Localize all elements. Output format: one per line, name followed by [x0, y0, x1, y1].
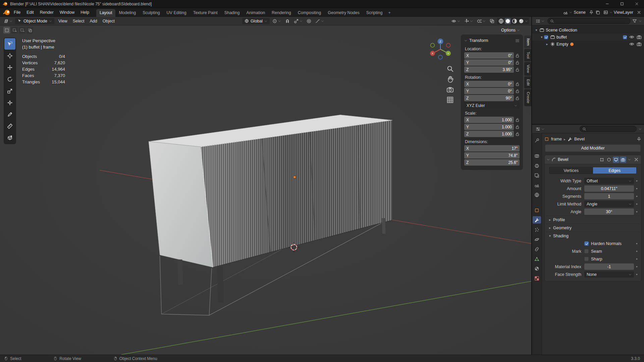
gizmos-toggle[interactable]: [463, 18, 474, 24]
overlays-toggle[interactable]: [476, 18, 487, 24]
outliner-row-buffet[interactable]: ▾buffet: [532, 34, 644, 41]
tool-annotate[interactable]: [4, 109, 15, 120]
viewport-menu-view[interactable]: View: [56, 18, 70, 24]
workspace-tab-shading[interactable]: Shading: [221, 9, 243, 17]
dimensions-x-field[interactable]: X17": [464, 145, 520, 152]
menu-help[interactable]: Help: [77, 9, 92, 16]
lock-icon[interactable]: [515, 60, 520, 65]
section-geometry[interactable]: ▸Geometry: [546, 224, 640, 232]
3d-viewport-canvas[interactable]: Options User Perspective (1) buffet | fr…: [0, 25, 531, 355]
sidebar-tab-create[interactable]: Create: [524, 89, 531, 106]
lock-icon[interactable]: [515, 67, 520, 72]
properties-tab-viewlayer[interactable]: [533, 172, 541, 179]
menu-edit[interactable]: Edit: [23, 9, 37, 16]
viewport-menu-select[interactable]: Select: [70, 18, 87, 24]
transform-orientation-dropdown[interactable]: Global: [242, 18, 270, 24]
properties-tab-texture[interactable]: [533, 275, 541, 282]
param-amount-field[interactable]: 0.04711": [584, 185, 634, 192]
eye-toggle-icon[interactable]: [629, 35, 634, 40]
display-realtime-toggle[interactable]: [613, 157, 619, 163]
tool-options-dropdown[interactable]: Options: [501, 28, 520, 33]
shading-harden-normals-checkbox[interactable]: [584, 241, 589, 246]
properties-editor-type-button[interactable]: [534, 126, 546, 132]
scale-y-field[interactable]: Y1.000: [464, 124, 514, 130]
object-visibility-dropdown[interactable]: [450, 18, 462, 24]
properties-tab-output[interactable]: [533, 162, 541, 169]
rotation-x-field[interactable]: X0°: [464, 81, 514, 87]
section-shading[interactable]: ▾Shading: [546, 232, 640, 240]
properties-tab-modifiers[interactable]: [533, 216, 541, 224]
shading-sharp-checkbox[interactable]: [584, 257, 589, 261]
xray-toggle[interactable]: [488, 18, 496, 24]
tool-rotate[interactable]: [4, 73, 15, 85]
tool-select-box[interactable]: [4, 38, 15, 50]
shading-wireframe-button[interactable]: [498, 18, 504, 24]
eye-toggle-icon[interactable]: [629, 42, 634, 47]
location-z-field[interactable]: Z3.95": [464, 66, 514, 73]
pan-control[interactable]: [446, 75, 454, 83]
select-mode-set-button[interactable]: [3, 27, 10, 34]
snap-toggle[interactable]: [284, 18, 291, 24]
disclosure-closed-icon[interactable]: ▸: [545, 42, 549, 46]
rotation-z-field[interactable]: Z90°: [464, 95, 514, 101]
viewlayer-browser[interactable]: ViewLayer: [602, 9, 635, 15]
modifier-name[interactable]: Bevel: [558, 157, 568, 162]
properties-tab-scene[interactable]: [533, 181, 541, 189]
scale-x-field[interactable]: X1.000: [464, 117, 514, 123]
modifier-extras-dropdown[interactable]: [628, 158, 631, 161]
dimensions-y-field[interactable]: Y74.8": [464, 152, 520, 159]
panel-menu-icon[interactable]: [515, 39, 520, 43]
tool-add-cube[interactable]: [4, 132, 15, 143]
pin-id-icon[interactable]: [637, 137, 641, 141]
snap-settings-dropdown[interactable]: [292, 18, 304, 24]
disclosure-open-icon[interactable]: ▾: [534, 28, 539, 32]
tool-scale[interactable]: [4, 85, 15, 97]
filter-icon[interactable]: [632, 19, 637, 23]
menu-render[interactable]: Render: [37, 9, 57, 16]
pin-scene-icon[interactable]: [589, 10, 594, 15]
lock-icon[interactable]: [515, 53, 520, 58]
rotation-mode-dropdown[interactable]: XYZ Euler: [464, 102, 520, 109]
scene-browser[interactable]: Scene: [561, 9, 587, 15]
sidebar-tab-item[interactable]: Item: [524, 36, 531, 48]
transform-panel-header[interactable]: Transform: [464, 37, 520, 44]
shading-material-button[interactable]: [512, 18, 518, 24]
dimensions-z-field[interactable]: Z25.6": [464, 159, 520, 166]
workspace-tab-layout[interactable]: Layout: [96, 9, 116, 17]
properties-tab-tool[interactable]: [533, 137, 541, 144]
breadcrumb-modifier[interactable]: Bevel: [574, 137, 585, 141]
close-button[interactable]: [629, 0, 644, 8]
modifier-header[interactable]: Bevel: [545, 155, 641, 164]
affect-edges-button[interactable]: Edges: [593, 167, 637, 174]
exclude-collection-checkbox[interactable]: [623, 35, 627, 39]
camera-toggle-icon[interactable]: [637, 35, 642, 40]
menu-window[interactable]: Window: [57, 9, 77, 16]
lock-icon[interactable]: [515, 118, 520, 122]
display-render-toggle[interactable]: [620, 157, 626, 163]
sidebar-tab-edit[interactable]: Edit: [524, 76, 531, 88]
lock-icon[interactable]: [515, 132, 520, 136]
lock-icon[interactable]: [515, 96, 520, 100]
blender-menu-logo[interactable]: [3, 9, 11, 16]
sidebar-tab-view[interactable]: View: [524, 62, 531, 76]
location-x-field[interactable]: X0": [464, 52, 514, 59]
outliner-editor-type-button[interactable]: [534, 18, 546, 24]
properties-search-input[interactable]: [588, 127, 634, 131]
workspace-tab-geometry-nodes[interactable]: Geometry Nodes: [324, 9, 363, 17]
shading-seam-checkbox[interactable]: [584, 249, 589, 253]
properties-tab-world[interactable]: [533, 191, 541, 198]
workspace-tab-compositing[interactable]: Compositing: [294, 9, 324, 17]
tool-transform[interactable]: [4, 97, 15, 108]
lock-icon[interactable]: [515, 82, 520, 86]
viewport-menu-add[interactable]: Add: [87, 18, 100, 24]
add-workspace-button[interactable]: +: [386, 9, 393, 17]
proportional-editing-toggle[interactable]: [305, 18, 313, 24]
workspace-tab-rendering[interactable]: Rendering: [268, 9, 294, 17]
shading-material-index-field[interactable]: -1: [584, 263, 634, 270]
add-modifier-button[interactable]: Add Modifier: [545, 144, 641, 152]
pivot-point-dropdown[interactable]: [271, 18, 282, 24]
param-angle-field[interactable]: 30°: [584, 208, 634, 215]
section-profile[interactable]: ▸Profile: [546, 216, 640, 224]
workspace-tab-uv-editing[interactable]: UV Editing: [163, 9, 190, 17]
outliner-row-scene-collection[interactable]: ▾Scene Collection: [532, 26, 644, 34]
